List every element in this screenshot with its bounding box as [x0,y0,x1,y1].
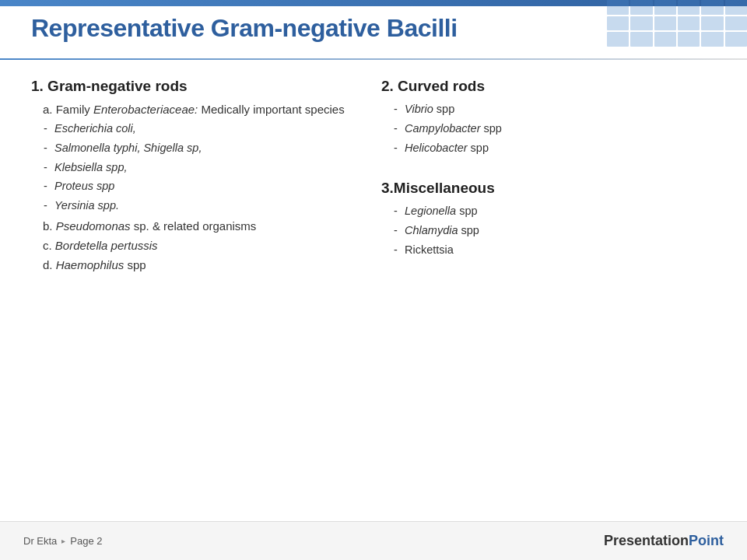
bullet-legionella: Legionella spp [405,203,716,220]
content-area: 1. Gram-negative rods a. Family Enteroba… [31,70,716,513]
footer-brand-bold: Point [689,533,724,548]
item-b-italic: Pseudomonas [56,219,131,233]
title-divider [0,58,747,60]
slide-title: Representative Gram-negative Bacilli [31,14,716,43]
left-column: 1. Gram-negative rods a. Family Enteroba… [31,70,366,513]
footer-brand: PresentationPoint [604,533,724,549]
item-d: d. Haemophilus spp [43,257,366,273]
footer-left: Dr Ekta ▸ Page 2 [23,535,103,547]
right-column: 2. Curved rods Vibrio spp Campylobacter … [381,70,716,513]
section3: 3.Miscellaneous Legionella spp Chlamydia… [381,180,716,258]
footer-brand-normal: Presentation [604,533,689,548]
bullet-campylobacter: Campylobacter spp [405,121,716,138]
footer-bar: Dr Ekta ▸ Page 2 PresentationPoint [0,521,747,560]
bullet-klebsiella: Klebsiella spp, [54,159,366,177]
item-b: b. Pseudomonas sp. & related organisms [43,218,366,234]
bullet-salmonella: Salmonella typhi, Shigella sp, [54,140,366,157]
title-area: Representative Gram-negative Bacilli [31,14,716,43]
item-c: c. Bordetella pertussis [43,237,366,254]
item-b-rest: sp. & related organisms [131,219,257,233]
item-c-label: c. [43,239,55,252]
item-b-label: b. [43,219,56,233]
section2: 2. Curved rods Vibrio spp Campylobacter … [381,78,716,156]
item-a-rest: Medically important species [198,103,344,116]
section3-heading: 3.Miscellaneous [381,180,716,197]
item-d-italic: Haemophilus [56,258,124,271]
section1-heading: 1. Gram-negative rods [31,78,366,95]
bullet-vibrio: Vibrio spp [405,101,716,118]
bullet-rickettsia: Rickettsia [405,242,716,259]
item-a-italic: Enterobacteriaceae: [93,103,198,116]
footer-separator: ▸ [61,537,65,545]
footer-author: Dr Ekta [23,535,57,547]
bullet-helicobacter: Helicobacter spp [405,140,716,157]
bullet-chlamydia: Chlamydia spp [405,222,716,240]
item-d-rest: spp [124,258,146,271]
item-a: a. Family Enterobacteriaceae: Medically … [43,101,366,117]
item-a-label: a. Family [43,103,93,116]
item-d-label: d. [43,258,56,271]
item-c-italic: Bordetella pertussis [55,239,158,252]
section2-heading: 2. Curved rods [381,78,716,95]
bullet-proteus: Proteus spp [54,178,366,195]
bullet-yersinia: Yersinia spp. [54,198,366,215]
footer-page: Page 2 [70,535,102,547]
bullet-ecoli: Escherichia coli, [54,121,366,138]
